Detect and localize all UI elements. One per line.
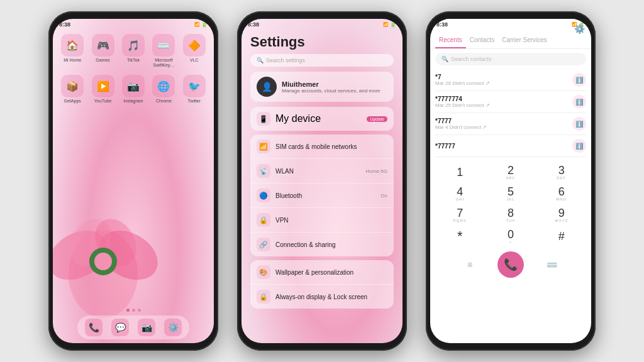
dock-messages[interactable]: 💬 [111,319,129,336]
call-row: ≡ 📞 ⌨️ [430,249,591,280]
tab-carrier[interactable]: Carrier Services [498,34,551,48]
games-label: Games [96,58,110,62]
svg-point-6 [94,253,112,270]
settings-title: Settings [250,34,394,50]
dial-key-3[interactable]: 3DEF [536,162,586,182]
dial-key-star[interactable]: * [435,226,485,246]
dial-letters-5: JKL [506,197,514,201]
recent-number-1: *7777774 [435,96,490,102]
recent-info-3: *77777 [435,143,455,150]
call-icon-1[interactable]: ℹ️ [572,95,586,109]
dial-num-4: 4 [457,186,463,197]
dialpad: 1 2ABC 3DEF 4GHI 5JKL 6MNO 7PQRS 8TUV 9W… [430,160,591,249]
menu-icon[interactable]: ≡ [461,256,479,273]
phone-1: 8:38 📶 🔋 🏠 Mi Home 🎮 Games 🎵 T [48,11,218,351]
dial-key-hash[interactable]: # [536,226,586,246]
search-icon: 🔍 [257,57,264,63]
youtube-label: YouTube [94,99,112,103]
app-vlc[interactable]: 🔶 VLC [181,34,208,67]
settings-item-bluetooth[interactable]: 🔵 Bluetooth On [250,184,394,208]
app-twitter[interactable]: 🐦 Twitter [181,75,208,103]
twitter-label: Twitter [187,99,201,103]
settings-item-wallpaper[interactable]: 🎨 Wallpaper & personalization [250,260,394,285]
dial-letters-3: DEF [557,176,566,180]
time-2: 8:38 [248,21,259,28]
dial-letters-8: TUV [506,219,515,222]
dock-phone[interactable]: 📞 [85,319,103,336]
vlc-label: VLC [190,58,199,62]
settings-item-connection[interactable]: 🔗 Connection & sharing [250,233,394,256]
app-tiktok[interactable]: 🎵 TikTok [120,34,147,67]
contact-search[interactable]: 🔍 Search contacts [435,53,586,65]
settings-item-lockscreen[interactable]: 🔒 Always-on display & Lock screen [250,285,394,309]
keypad-icon[interactable]: ⌨️ [543,256,560,273]
dial-key-1[interactable]: 1 [435,162,485,182]
tab-contacts[interactable]: Contacts [466,34,498,48]
search-icon-dialer: 🔍 [441,56,448,62]
dial-key-5[interactable]: 5JKL [486,184,536,204]
sim-label: SIM cards & mobile networks [275,143,387,150]
phone-3: 8:38 📶 🔋 ⚙️ Recents Contacts Carrier Ser… [426,11,596,351]
bluetooth-label: Bluetooth [275,192,375,199]
dial-key-8[interactable]: 8TUV [486,205,536,225]
call-icon-2[interactable]: ℹ️ [572,117,586,131]
dial-key-2[interactable]: 2ABC [486,162,536,182]
dial-key-9[interactable]: 9WXYZ [536,205,586,225]
time-1: 8:38 [59,21,70,28]
dial-key-6[interactable]: 6MNO [536,184,586,204]
app-games[interactable]: 🎮 Games [89,34,116,67]
recent-item-0[interactable]: *7 Mar 28 Didn't connect ↗ ℹ️ [435,69,586,91]
dialer-tabs: Recents Contacts Carrier Services [430,29,591,49]
dial-key-7[interactable]: 7PQRS [435,205,485,225]
app-getapps[interactable]: 📦 GetApps [59,75,86,103]
vlc-icon: 🔶 [183,34,206,57]
settings-group-network: 📶 SIM cards & mobile networks 📡 WLAN Hom… [250,134,394,256]
settings-search[interactable]: 🔍 Search settings [250,54,394,67]
app-mihome[interactable]: 🏠 Mi Home [59,34,86,67]
dial-letters-6: MNO [556,197,567,201]
recent-item-3[interactable]: *77777 ℹ️ [435,135,586,157]
dial-letters-0: + [509,240,513,244]
battery-icon-2: 🔋 [390,22,396,28]
my-device-row[interactable]: 📱 My device Update [250,107,394,131]
settings-screen: 8:38 📶 🔋 Settings 🔍 Search settings 👤 Mi… [242,19,402,343]
dock-settings[interactable]: ⚙️ [164,319,182,336]
dial-key-0[interactable]: 0+ [486,226,536,246]
settings-item-wlan[interactable]: 📡 WLAN Home-5G [250,159,394,184]
call-button[interactable]: 📞 [497,251,524,278]
dialer-screen: 8:38 📶 🔋 ⚙️ Recents Contacts Carrier Ser… [430,19,591,343]
app-instagram[interactable]: 📷 Instagram [120,75,147,103]
status-bar-1: 8:38 📶 🔋 [53,19,214,29]
app-chrome[interactable]: 🌐 Chrome [150,75,177,103]
dial-num-9: 9 [558,207,565,219]
recent-item-2[interactable]: *7777 Mar 4 Didn't connect ↗ ℹ️ [435,113,586,135]
recent-date-2: Mar 4 Didn't connect ↗ [435,124,487,130]
dial-key-4[interactable]: 4GHI [435,184,485,204]
dial-num-2: 2 [508,165,514,176]
search-placeholder-dialer: Search contacts [451,56,492,62]
bluetooth-icon: 🔵 [257,189,270,202]
sim-icon: 📶 [257,140,270,153]
recent-item-1[interactable]: *7777774 Mar 25 Didn't connect ↗ ℹ️ [435,91,586,113]
bluetooth-value: On [380,193,387,199]
recent-date-1: Mar 25 Didn't connect ↗ [435,102,490,108]
update-badge: Update [367,116,387,122]
dial-num-0: 0 [508,229,514,240]
tab-recents[interactable]: Recents [435,34,466,48]
settings-item-sim[interactable]: 📶 SIM cards & mobile networks [250,134,394,159]
swiftkey-icon: ⌨️ [152,34,175,57]
lockscreen-label: Always-on display & Lock screen [275,293,387,300]
dot-2 [132,309,135,312]
settings-item-vpn[interactable]: 🔒 VPN [250,208,394,233]
profile-name: Miuithemer [282,80,380,88]
getapps-label: GetApps [64,99,81,103]
dial-num-3: 3 [558,165,565,176]
call-icon-0[interactable]: ℹ️ [572,73,586,87]
settings-group-display: 🎨 Wallpaper & personalization 🔒 Always-o… [250,260,394,309]
app-youtube[interactable]: ▶️ YouTube [89,75,116,103]
app-swiftkey[interactable]: ⌨️ Microsoft SwiftKey… [150,34,177,67]
call-icon-3[interactable]: ℹ️ [572,139,586,153]
profile-row[interactable]: 👤 Miuithemer Manage accounts, cloud serv… [250,72,394,102]
dock-camera[interactable]: 📷 [138,319,155,336]
settings-gear-icon[interactable]: ⚙️ [574,24,585,34]
